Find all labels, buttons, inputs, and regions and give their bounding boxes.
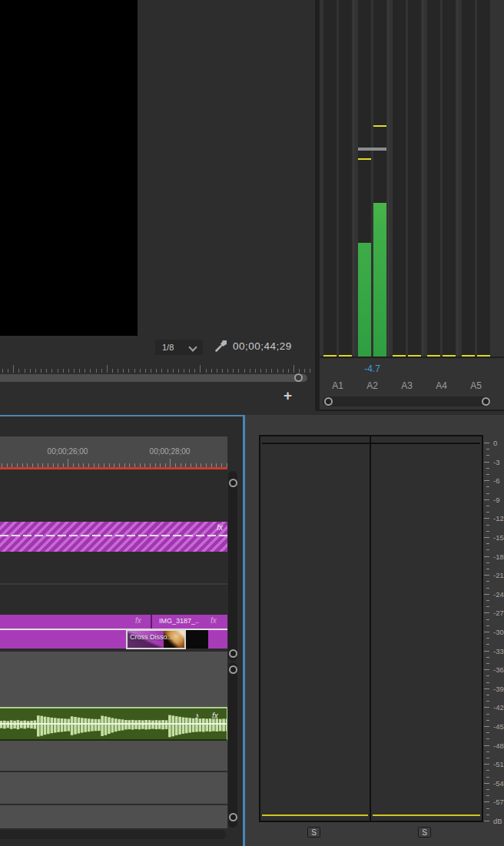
db-major-tick bbox=[484, 707, 489, 708]
timeline-ruler[interactable]: 00;00;26;00 00;00;28;00 bbox=[0, 436, 227, 467]
audio-track-lane[interactable] bbox=[0, 741, 227, 771]
db-major-tick bbox=[484, 669, 489, 670]
monitor-scrollbar[interactable] bbox=[0, 374, 307, 382]
audio-track-lane[interactable] bbox=[0, 772, 227, 804]
peak-indicator bbox=[358, 158, 371, 160]
chevron-down-icon bbox=[188, 343, 197, 351]
db-minor-tick bbox=[486, 606, 489, 607]
db-scale-label: 0 bbox=[493, 439, 497, 447]
scrollbar-knob-icon[interactable] bbox=[229, 649, 237, 658]
panel-bottom-edge bbox=[320, 410, 504, 411]
timeline-audio-clip[interactable]: ♪ fx bbox=[0, 707, 227, 741]
audio-track-meters-panel: 0-3-6-9-12-15-18-21-24-27-30-33-36-39-42… bbox=[245, 415, 504, 846]
db-scale-label: -51 bbox=[493, 760, 504, 768]
fx-badge: fx bbox=[211, 616, 217, 625]
db-minor-tick bbox=[486, 506, 489, 506]
timeline-clip-v1-content[interactable] bbox=[0, 630, 227, 649]
playback-resolution-value: 1/8 bbox=[162, 343, 174, 352]
wrench-icon[interactable] bbox=[213, 340, 227, 354]
db-minor-tick bbox=[486, 562, 489, 563]
meter-channel-A1 bbox=[323, 0, 352, 357]
ruler-tick bbox=[63, 369, 64, 373]
db-minor-tick bbox=[486, 549, 489, 550]
ruler-tick bbox=[128, 369, 129, 373]
ruler-tick bbox=[211, 369, 212, 373]
db-major-tick bbox=[484, 801, 489, 802]
timeline-clip-v1-namebar[interactable]: fx IMG_3187_.. fx bbox=[0, 615, 227, 629]
audio-track-lane[interactable] bbox=[0, 805, 227, 828]
db-major-tick bbox=[484, 575, 489, 576]
audio-tracks-scrollbar[interactable] bbox=[228, 662, 237, 828]
scrollbar-knob-icon[interactable] bbox=[229, 813, 237, 821]
scrollbar-knob-icon[interactable] bbox=[294, 373, 303, 382]
ruler-tick bbox=[310, 369, 310, 373]
scrollbar-knob-icon[interactable] bbox=[229, 479, 237, 487]
monitor-seek-ruler[interactable] bbox=[0, 364, 315, 373]
ruler-tick bbox=[260, 369, 261, 373]
meter-half bbox=[393, 0, 406, 357]
solo-right-button[interactable]: S bbox=[418, 827, 431, 838]
timeline-horizontal-scrollbar[interactable] bbox=[0, 830, 226, 839]
clip-video-frame-dark bbox=[185, 630, 208, 649]
meters-scrollbar-right-knob-icon[interactable] bbox=[482, 397, 490, 406]
db-scale-label: -12 bbox=[493, 514, 504, 523]
db-scale-label: -33 bbox=[493, 647, 504, 655]
ruler-tick bbox=[30, 369, 31, 373]
meter-left-baseline bbox=[262, 814, 368, 816]
ruler-timecode-label: 00;00;26;00 bbox=[48, 447, 88, 456]
ruler-timecode-label: 00;00;28;00 bbox=[150, 447, 191, 456]
peak-value-label: -4.7 bbox=[358, 363, 386, 374]
transition-name-label: Cross Disso... bbox=[130, 633, 173, 641]
ruler-tick bbox=[271, 369, 272, 373]
ruler-tick bbox=[18, 369, 19, 373]
db-minor-tick bbox=[486, 600, 489, 601]
meters-zoom-scrollbar[interactable] bbox=[323, 396, 491, 406]
db-minor-tick bbox=[486, 675, 489, 676]
ruler-tick bbox=[184, 369, 184, 373]
meter-channel-A2 bbox=[358, 0, 386, 357]
ruler-tick bbox=[167, 369, 168, 373]
db-minor-tick bbox=[486, 663, 489, 664]
db-major-tick bbox=[484, 726, 489, 727]
meters-scrollbar-left-knob-icon[interactable] bbox=[324, 397, 333, 406]
db-major-tick bbox=[484, 688, 489, 689]
peak-indicator bbox=[358, 148, 386, 151]
db-minor-tick bbox=[486, 619, 489, 620]
db-scale-label: -18 bbox=[493, 552, 504, 561]
scrollbar-knob-icon[interactable] bbox=[229, 665, 237, 674]
db-minor-tick bbox=[486, 738, 489, 739]
solo-left-button[interactable]: S bbox=[307, 827, 320, 838]
db-major-tick bbox=[484, 499, 489, 500]
ruler-major-tick bbox=[170, 459, 171, 467]
ruler-tick bbox=[266, 369, 267, 373]
db-minor-tick bbox=[486, 581, 489, 582]
audio-volume-rubber-band[interactable] bbox=[0, 723, 227, 725]
meter-channel-divider bbox=[370, 436, 371, 821]
ruler-tick bbox=[283, 369, 284, 373]
ruler-tick bbox=[46, 369, 47, 373]
meter-separator bbox=[423, 0, 423, 358]
db-minor-tick bbox=[486, 720, 489, 721]
db-scale-label: -57 bbox=[493, 798, 504, 806]
meter-separator bbox=[457, 0, 458, 358]
meter-level-bar bbox=[373, 203, 386, 357]
timeline-clip-v2[interactable]: fx bbox=[0, 522, 227, 552]
db-major-tick bbox=[484, 537, 489, 538]
ruler-tick bbox=[173, 369, 174, 373]
clip-edit-point[interactable] bbox=[151, 615, 152, 629]
channel-label: A1 bbox=[323, 380, 352, 391]
cross-dissolve-transition[interactable]: Cross Disso... bbox=[126, 629, 186, 649]
meter-half bbox=[462, 0, 475, 357]
audio-track-lane[interactable] bbox=[0, 652, 227, 707]
button-editor-plus-icon[interactable]: + bbox=[284, 387, 292, 404]
playback-resolution-dropdown[interactable]: 1/8 bbox=[155, 340, 203, 355]
fx-badge: fx bbox=[212, 712, 218, 720]
video-tracks-scrollbar[interactable] bbox=[228, 471, 237, 661]
db-minor-tick bbox=[486, 486, 489, 487]
timecode-display[interactable]: 00;00;44;29 bbox=[233, 340, 292, 352]
db-minor-tick bbox=[486, 512, 489, 513]
ruler-tick bbox=[217, 369, 217, 373]
ruler-tick bbox=[41, 369, 41, 373]
db-scale-label: -24 bbox=[493, 590, 504, 599]
opacity-rubber-band[interactable] bbox=[0, 535, 227, 536]
